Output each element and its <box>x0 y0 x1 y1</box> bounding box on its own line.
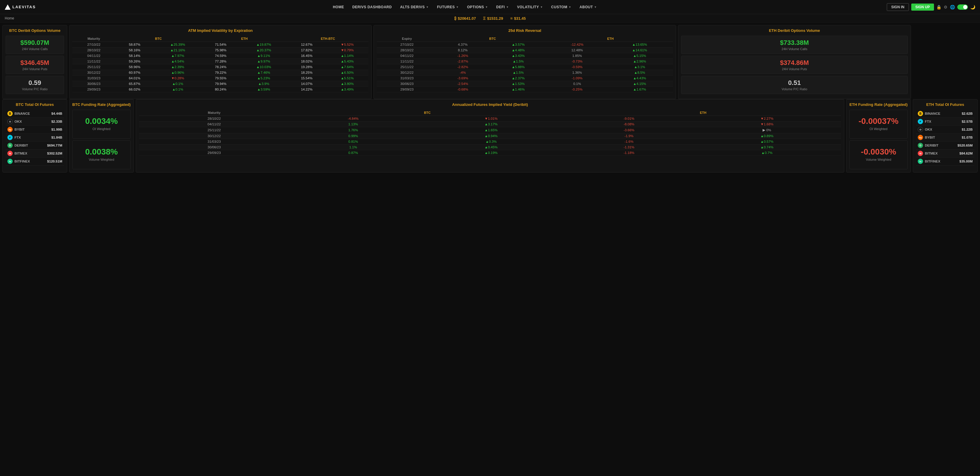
nav-futures[interactable]: FUTURES▼ <box>433 0 463 14</box>
yield-col-eth: ETH <box>565 110 841 116</box>
cell-yield-btc-chg: ▲0.45% <box>417 144 565 150</box>
cell-rr-btc-chg: ▲3.57% <box>488 42 548 48</box>
cell-yield-btc: -4.84% <box>290 116 417 122</box>
btc-puts-label: 24H Volume Puts <box>9 67 61 71</box>
signup-button[interactable]: SIGN UP <box>911 3 934 11</box>
exchange-label: by BYBIT <box>918 135 941 140</box>
moon-icon[interactable]: 🌙 <box>970 5 975 10</box>
eth-funding-vol-box: -0.0030% Volume Weighted <box>849 140 908 169</box>
nav-custom[interactable]: CUSTOM▼ <box>547 0 575 14</box>
eth-funding-vol-label: Volume Weighted <box>853 158 904 161</box>
exchange-label: D DERIBIT <box>7 143 31 148</box>
cell-eth-val: 79.22% <box>202 70 240 76</box>
settings-icon[interactable]: ⚙ <box>944 5 948 10</box>
eth-price: Ξ $1531.29 <box>483 16 503 21</box>
col-btc: BTC <box>115 36 202 42</box>
other-price-value: $31.45 <box>514 16 526 21</box>
col-eth: ETH <box>202 36 288 42</box>
eth-price-value: $1531.29 <box>487 16 503 21</box>
bottom-section: BTC Total OI Futures B BINANCE $4.44B O … <box>0 99 980 175</box>
cell-rr-btc: -1.26% <box>437 53 488 59</box>
cell-yield-btc: 0.87% <box>290 150 417 156</box>
btc-funding-vol-val: 0.0038% <box>76 147 127 157</box>
cell-ethbtc-val: 14.07% <box>287 81 326 87</box>
futures-value: $2.62B <box>962 112 973 115</box>
list-item: B BINANCE $4.44B <box>6 110 64 118</box>
table-row: 30/12/22 60.97% ▲0.96% 79.22% ▲7.46% 18.… <box>72 70 369 76</box>
exchange-name: DERIBIT <box>925 144 939 147</box>
cell-ethbtc-val: 18.02% <box>287 59 326 64</box>
top-section: BTC Deribit Options Volume $590.07M 24H … <box>0 23 980 99</box>
nav-options[interactable]: OPTIONS▼ <box>463 0 492 14</box>
cell-ethbtc-val: 14.22% <box>287 87 326 92</box>
cell-rr-eth: 1.85% <box>548 53 606 59</box>
eth-funding-oi-label: OI Weighted <box>853 127 904 131</box>
exchange-icon: B <box>918 111 923 116</box>
nav-derivs[interactable]: DERIVS DASHBOARD <box>348 0 396 14</box>
exchange-name: BITMEX <box>925 152 937 155</box>
cell-eth-chg: ▲3.9% <box>240 81 287 87</box>
cell-btc-chg: ▲4.54% <box>154 59 202 64</box>
cell-rr-btc-chg: ▲3.43% <box>488 53 548 59</box>
eth-calls-value: $733.38M <box>684 39 904 47</box>
cell-yield-btc: 1.76% <box>290 127 417 133</box>
cell-yield-eth: -1.18% <box>565 150 693 156</box>
signin-button[interactable]: SIGN IN <box>887 3 909 11</box>
nav-volatility[interactable]: VOLATILITY▼ <box>513 0 547 14</box>
theme-toggle[interactable] <box>957 5 968 10</box>
lock-icon[interactable]: 🔒 <box>936 5 941 10</box>
cell-eth-chg: ▲7.46% <box>240 70 287 76</box>
cell-yield-eth-chg: ▲0.57% <box>693 139 841 144</box>
breadcrumb[interactable]: Home <box>5 16 14 21</box>
eth-calls-label: 24H Volume Calls <box>684 47 904 51</box>
cell-rr-btc-chg: ▲1.5% <box>488 70 548 76</box>
nav-home[interactable]: HOME <box>329 0 348 14</box>
exchange-name: BYBIT <box>14 128 25 131</box>
nav-defi[interactable]: DEFI▼ <box>492 0 513 14</box>
cell-btc-chg: ▲0.96% <box>154 70 202 76</box>
cell-yield-eth-chg: ▶ 0% <box>693 127 841 133</box>
cell-rr-btc: -2.54% <box>437 81 488 87</box>
cell-maturity: 27/10/22 <box>72 42 115 48</box>
eth-futures-panel: ETH Total OI Futures B BINANCE $2.62B F … <box>913 99 978 173</box>
logo[interactable]: LAEVITAS <box>5 5 36 10</box>
cell-ethbtc-chg: ▼5.52% <box>326 42 369 48</box>
rr-col-btc: BTC <box>437 36 548 42</box>
futures-value: $120.51M <box>47 160 62 163</box>
cell-rr-btc: -2.82% <box>437 64 488 70</box>
futures-value: $1.99B <box>51 128 62 131</box>
cell-rr-btc: 4.37% <box>437 42 488 48</box>
cell-btc-chg: ▲21.16% <box>154 48 202 53</box>
list-item: fx BITFINEX $35.00M <box>916 157 974 165</box>
cell-btc-val: 65.87% <box>115 81 154 87</box>
cell-ethbtc-val: 19.28% <box>287 64 326 70</box>
list-item: fx BITFINEX $120.51M <box>6 157 64 165</box>
exchange-icon: O <box>7 119 13 124</box>
list-item: M BITMEX $84.62M <box>916 149 974 157</box>
btc-futures-panel: BTC Total OI Futures B BINANCE $4.44B O … <box>2 99 67 173</box>
cell-ethbtc-val: 16.45% <box>287 53 326 59</box>
other-icon: ≡ <box>510 16 512 21</box>
futures-value: $1.07B <box>962 136 973 139</box>
futures-value: $2.33B <box>51 120 62 123</box>
nav-about[interactable]: ABOUT▼ <box>576 0 601 14</box>
table-row: 27/10/22 4.37% ▲3.57% -12.42% ▲13.65% <box>377 42 673 48</box>
table-row: 30/06/23 65.87% ▲0.1% 79.94% ▲3.9% 14.07… <box>72 81 369 87</box>
cell-rr-btc-chg: ▲1.5% <box>488 59 548 64</box>
nav-alts[interactable]: ALTS DERIVS▼ <box>396 0 433 14</box>
cell-expiry: 30/06/23 <box>377 81 437 87</box>
eth-ratio-value: 0.51 <box>684 79 904 87</box>
language-icon[interactable]: 🌐 <box>950 5 955 10</box>
cell-yield-btc-chg: ▲0.3% <box>417 139 565 144</box>
cell-eth-val: 74.59% <box>202 53 240 59</box>
nav-right: SIGN IN SIGN UP 🔒 ⚙ 🌐 🌙 <box>887 3 975 11</box>
cell-rr-eth: -0.59% <box>548 64 606 70</box>
list-item: B BINANCE $2.62B <box>916 110 974 118</box>
exchange-icon: O <box>918 127 923 132</box>
futures-value: $84.62M <box>959 152 973 155</box>
cell-btc-chg: ▲25.39% <box>154 42 202 48</box>
btc-ratio-value: 0.59 <box>9 79 61 87</box>
table-row: 28/10/22 58.16% ▲21.16% 75.98% ▲20.37% 1… <box>72 48 369 53</box>
exchange-name: BITMEX <box>14 152 27 155</box>
exchange-name: OKX <box>14 120 22 123</box>
